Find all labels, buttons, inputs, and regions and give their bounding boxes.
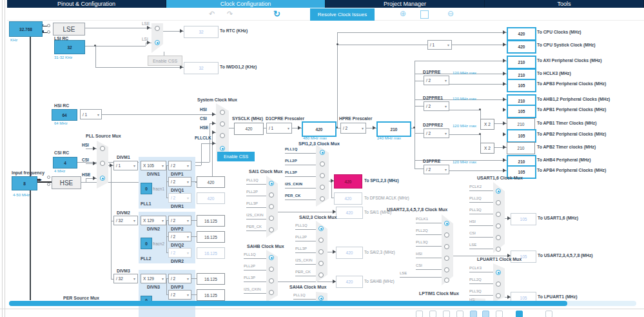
hpre-dropdown[interactable]: / 2▾ <box>340 123 366 134</box>
sys-mux-hsi-radio[interactable] <box>220 110 225 115</box>
divm1-dropdown[interactable]: / 1▾ <box>113 161 138 170</box>
statusbar-icon[interactable] <box>416 311 423 317</box>
spi-mux-radio[interactable] <box>320 185 325 190</box>
d1ppre-dropdown[interactable]: / 2▾ <box>424 76 449 85</box>
d3ppre-dropdown[interactable]: / 2▾ <box>424 165 449 174</box>
apb1-field[interactable]: 105 <box>507 105 536 118</box>
d1cpre-out-field[interactable]: 420 <box>302 121 337 137</box>
undo-icon[interactable]: ↶ <box>209 10 215 17</box>
spi-mux-radio[interactable] <box>320 196 325 201</box>
iwdg-freq-field[interactable]: 32 <box>184 62 219 74</box>
usart16-mux-radio[interactable] <box>496 235 501 240</box>
sys-mux-pllclk-radio[interactable] <box>220 146 225 151</box>
apb3-field[interactable]: 105 <box>507 79 536 92</box>
spi-mux-radio[interactable] <box>320 173 325 178</box>
redo-icon[interactable]: ↷ <box>227 10 233 17</box>
statusbar-icon[interactable] <box>545 311 552 317</box>
lpuart1-mux-radio[interactable] <box>496 293 501 298</box>
divp2-dropdown[interactable]: / 2▾ <box>168 216 191 225</box>
cpu-clocks-field[interactable]: 420 <box>507 27 536 41</box>
axi-field[interactable]: 210 <box>507 56 536 69</box>
statusbar-icon[interactable] <box>429 311 436 317</box>
divq2-dropdown[interactable]: / 2▾ <box>168 232 191 241</box>
horizontal-scrollbar-thumb[interactable] <box>9 301 567 306</box>
enable-css-button[interactable]: Enable CSS <box>217 152 255 161</box>
fit-to-screen-icon[interactable] <box>420 10 429 19</box>
lsi-value-field[interactable]: 32 <box>54 40 85 54</box>
hsi-divider-dropdown[interactable]: / 1▾ <box>80 109 102 119</box>
divp1-dropdown[interactable]: / 2▾ <box>168 161 191 170</box>
statusbar-icon[interactable] <box>443 311 450 317</box>
divn2-dropdown[interactable]: X 129▾ <box>141 216 166 225</box>
lpuart1-mux-radio[interactable] <box>496 270 501 275</box>
csi-value-field[interactable]: 4 <box>53 157 77 169</box>
input-frequency-field[interactable]: 8 <box>12 176 37 190</box>
sai23-mux-radio[interactable] <box>318 249 324 254</box>
sai23-mux-radio[interactable] <box>318 272 324 278</box>
pll-mux-hse-radio[interactable] <box>100 176 105 181</box>
tab-tools[interactable]: Tools <box>485 0 644 8</box>
usart16-mux-radio[interactable] <box>496 212 501 217</box>
sai1-mux-radio[interactable] <box>269 204 274 209</box>
tab-clock-configuration[interactable]: Clock Configuration <box>166 0 326 8</box>
usart2-mux-radio[interactable] <box>444 232 449 238</box>
usart16-mux-radio[interactable] <box>496 223 501 229</box>
statusbar-icon[interactable] <box>496 311 503 317</box>
pll-mux-hsi-radio[interactable] <box>100 146 105 151</box>
refresh-icon[interactable]: ↻ <box>273 10 280 18</box>
hsi-value-field[interactable]: 64 <box>52 109 77 121</box>
sys-mux-hse-radio[interactable] <box>220 133 225 138</box>
systick-field[interactable]: 420 <box>507 40 536 54</box>
usart16-mux-radio[interactable] <box>496 189 501 194</box>
sai1-mux-radio[interactable] <box>269 192 274 198</box>
zoom-in-icon[interactable]: ⊕ <box>400 10 406 17</box>
divm3-dropdown[interactable]: / 32▾ <box>113 274 138 283</box>
divm2-dropdown[interactable]: / 32▾ <box>113 216 138 225</box>
enable-css-rtc-button[interactable]: Enable CSS <box>148 56 182 66</box>
fracn1-field[interactable]: 0 <box>141 183 152 194</box>
rtc-mux-lse-radio[interactable] <box>155 26 160 31</box>
spi-out-field[interactable]: 420 <box>334 174 362 189</box>
sai4b-mux-radio[interactable] <box>269 290 274 295</box>
tab-project-manager[interactable]: Project Manager <box>326 0 485 8</box>
divr2-dropdown[interactable]: / 2▾ <box>168 248 191 258</box>
statusbar-icon[interactable] <box>456 311 463 317</box>
usart16-mux-radio[interactable] <box>496 247 501 252</box>
usart2-mux-radio[interactable] <box>444 267 449 272</box>
spi-mux-radio[interactable] <box>320 161 325 167</box>
systick-dropdown[interactable]: / 1▾ <box>427 40 452 50</box>
fracn2-field[interactable]: 0 <box>141 238 152 249</box>
lse-frequency-field[interactable]: 32.768 <box>9 21 43 37</box>
d2ppre2-dropdown[interactable]: / 2▾ <box>424 128 449 138</box>
resolve-clock-issues-button[interactable]: Resolve Clock Issues <box>310 8 375 21</box>
sai1-mux-radio[interactable] <box>269 227 274 232</box>
hpre-out-field[interactable]: 210 <box>376 121 411 137</box>
usart2-mux-radio[interactable] <box>444 278 449 283</box>
lpuart1-mux-radio[interactable] <box>496 281 501 287</box>
spi-mux-radio[interactable] <box>320 150 325 155</box>
sai23-mux-radio[interactable] <box>318 238 324 243</box>
rtc-mux-lsi-radio[interactable] <box>155 40 160 45</box>
usart2-mux-radio[interactable] <box>444 256 449 261</box>
sai1-mux-radio[interactable] <box>269 216 274 221</box>
tab-pinout-configuration[interactable]: Pinout & Configuration <box>7 0 166 8</box>
divq1-dropdown[interactable]: / 2▾ <box>168 177 191 187</box>
sai23-mux-radio[interactable] <box>318 226 324 231</box>
usart2-mux-radio[interactable] <box>444 244 449 249</box>
divp3-dropdown[interactable]: / 2▾ <box>168 274 191 283</box>
pll-mux-csi-radio[interactable] <box>100 161 105 166</box>
sai1-mux-radio[interactable] <box>269 181 274 186</box>
sai4a-mux-radio[interactable] <box>318 296 324 301</box>
sai4b-mux-radio[interactable] <box>269 267 274 272</box>
statusbar-icon[interactable] <box>482 311 489 317</box>
d2ppre1-dropdown[interactable]: / 2▾ <box>424 101 449 111</box>
divq3-dropdown[interactable]: / 2▾ <box>168 290 191 300</box>
divn3-dropdown[interactable]: X 129▾ <box>141 274 166 283</box>
statusbar-icon[interactable] <box>470 311 477 317</box>
apb2-field[interactable]: 105 <box>507 129 536 143</box>
zoom-out-icon[interactable]: ⊖ <box>447 10 454 17</box>
usart16-mux-radio[interactable] <box>496 200 501 205</box>
sai4b-mux-radio[interactable] <box>269 255 274 260</box>
horizontal-scrollbar-track[interactable] <box>9 301 636 306</box>
usart2-mux-radio[interactable] <box>444 221 449 226</box>
